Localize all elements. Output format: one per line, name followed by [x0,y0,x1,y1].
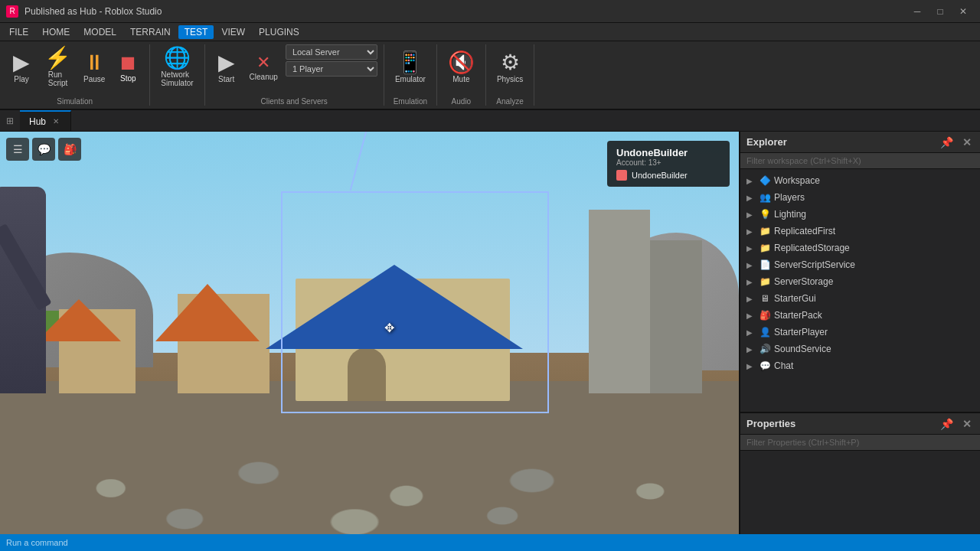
explorer-filter[interactable] [740,153,980,169]
players-select[interactable]: 1 Player 2 Players 3 Players [286,61,377,77]
network-buttons: 🌐 NetworkSimulator [156,44,198,104]
sound-service-arrow: ▶ [746,345,756,354]
starter-gui-arrow: ▶ [746,295,756,303]
mute-icon: 🔇 [448,52,475,73]
audio-label: Audio [452,97,472,106]
properties-actions: 📌 ✕ [937,416,975,432]
player-card-name: UndoneBuilder [616,147,720,158]
properties-filter[interactable] [740,435,980,451]
properties-panel: Properties 📌 ✕ [740,412,980,534]
play-icon: ▶ [13,52,30,73]
workspace-arrow: ▶ [746,177,756,185]
server-storage-arrow: ▶ [746,278,756,286]
network-simulator-button[interactable]: 🌐 NetworkSimulator [156,44,198,90]
viewport-chat-button[interactable]: 💬 [32,138,55,161]
tab-hub[interactable]: Hub ✕ [20,110,71,131]
simulation-label: Simulation [57,97,93,106]
properties-close-button[interactable]: ✕ [959,416,975,432]
pause-label: Pause [83,75,105,83]
tree-item-players[interactable]: ▶ 👥 Players [740,189,980,206]
emulator-button[interactable]: 📱 Emulator [390,44,430,90]
starter-player-arrow: ▶ [746,328,756,337]
server-script-label: ServerScriptService [774,259,855,270]
physics-icon: ⚙ [501,52,520,73]
tree-item-server-script[interactable]: ▶ 📄 ServerScriptService [740,256,980,273]
analyze-buttons: ⚙ Physics [492,44,528,96]
workspace-label: Workspace [774,175,820,186]
server-type-select[interactable]: Local Server Standard Server [286,44,377,60]
replicated-first-arrow: ▶ [746,227,756,236]
emulator-icon: 📱 [397,52,423,73]
starter-pack-icon: 🎒 [759,309,771,321]
server-script-arrow: ▶ [746,261,756,269]
title-bar-controls[interactable]: ─ □ ✕ [906,3,974,20]
main-content: ☰ 💬 🎒 [0,132,980,534]
viewport-menu-button[interactable]: ☰ [6,138,29,161]
menu-view[interactable]: VIEW [215,25,251,39]
tree-item-starter-gui[interactable]: ▶ 🖥 StarterGui [740,290,980,307]
menu-terrain[interactable]: TERRAIN [124,25,177,39]
cursor: ✥ [384,321,400,336]
stop-button[interactable]: ⏹ Stop [113,44,143,90]
tree-item-lighting[interactable]: ▶ 💡 Lighting [740,206,980,223]
menu-file[interactable]: FILE [3,25,34,39]
menu-plugins[interactable]: PLUGINS [253,25,305,39]
tree-item-starter-player[interactable]: ▶ 👤 StarterPlayer [740,324,980,341]
cleanup-button[interactable]: ✕ Cleanup [245,44,283,90]
sidebar-toggle[interactable]: ⊞ [0,110,20,131]
tree-item-server-storage[interactable]: ▶ 📁 ServerStorage [740,273,980,290]
simulation-buttons: ▶ Play ⚡ RunScript ⏸ Pause ⏹ Stop [6,44,143,96]
menu-model[interactable]: MODEL [77,25,122,39]
starter-gui-label: StarterGui [774,293,816,304]
tree-item-replicated-storage[interactable]: ▶ 📁 ReplicatedStorage [740,240,980,256]
tree-item-starter-pack[interactable]: ▶ 🎒 StarterPack [740,307,980,324]
play-button[interactable]: ▶ Play [6,44,37,90]
replicated-storage-arrow: ▶ [746,244,756,253]
command-input[interactable] [6,538,974,547]
ribbon-group-network: 🌐 NetworkSimulator [150,44,204,106]
run-script-icon: ⚡ [44,47,71,69]
window-title: Published as Hub - Roblox Studio [24,6,162,17]
main-building-arch [348,347,386,401]
explorer-close-button[interactable]: ✕ [959,135,975,150]
viewport[interactable]: ☰ 💬 🎒 [0,132,739,534]
tree-item-replicated-first[interactable]: ▶ 📁 ReplicatedFirst [740,223,980,240]
explorer-pin-button[interactable]: 📌 [937,135,956,150]
lighting-label: Lighting [774,209,806,220]
menu-home[interactable]: HOME [36,25,76,39]
play-label: Play [14,75,28,83]
viewport-inventory-button[interactable]: 🎒 [58,138,81,161]
explorer-tree: ▶ 🔷 Workspace ▶ 👥 Players ▶ 💡 Lighting ▶… [740,169,980,412]
tree-item-workspace[interactable]: ▶ 🔷 Workspace [740,172,980,189]
starter-gui-icon: 🖥 [759,292,771,305]
starter-pack-arrow: ▶ [746,311,756,320]
pause-button[interactable]: ⏸ Pause [79,44,109,90]
audio-buttons: 🔇 Mute [443,44,479,96]
menu-test[interactable]: TEST [178,25,214,39]
tab-hub-close[interactable]: ✕ [51,116,61,126]
mute-button[interactable]: 🔇 Mute [443,44,479,90]
castle-wall-2 [589,210,650,393]
explorer-actions: 📌 ✕ [937,135,975,150]
scene: UndoneBuilder Account: 13+ UndoneBuilder… [0,132,739,534]
start-button[interactable]: ▶ Start [211,44,242,90]
player-card: UndoneBuilder Account: 13+ UndoneBuilder [607,141,730,187]
run-script-label: RunScript [48,70,68,87]
analyze-label: Analyze [496,97,524,106]
players-icon: 👥 [759,191,771,204]
physics-button[interactable]: ⚙ Physics [492,44,528,90]
emulation-buttons: 📱 Emulator [390,44,430,96]
maximize-button[interactable]: □ [929,3,951,20]
replicated-first-label: ReplicatedFirst [774,226,835,236]
menu-bar: FILE HOME MODEL TERRAIN TEST VIEW PLUGIN… [0,23,980,41]
ribbon-group-audio: 🔇 Mute Audio [437,44,486,106]
tree-item-sound-service[interactable]: ▶ 🔊 SoundService [740,341,980,357]
run-script-button[interactable]: ⚡ RunScript [40,44,76,90]
minimize-button[interactable]: ─ [906,3,928,20]
starter-player-label: StarterPlayer [774,327,828,337]
close-button[interactable]: ✕ [952,3,974,20]
player-card-account: Account: 13+ [616,158,720,167]
tree-item-chat[interactable]: ▶ 💬 Chat [740,357,980,374]
chat-arrow: ▶ [746,362,756,370]
properties-pin-button[interactable]: 📌 [937,416,956,432]
